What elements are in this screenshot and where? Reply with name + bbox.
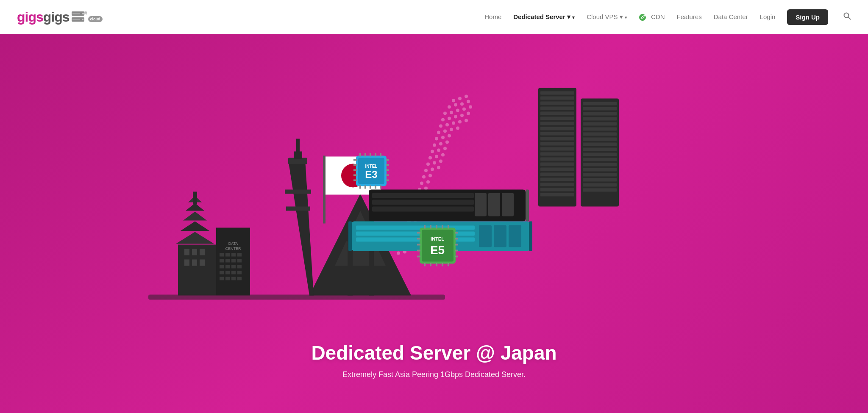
svg-rect-209 <box>386 159 389 161</box>
svg-rect-179 <box>475 193 487 216</box>
svg-rect-92 <box>540 137 574 141</box>
svg-rect-220 <box>436 225 437 229</box>
nav-item-cloudvps[interactable]: Cloud VPS ▾ <box>587 13 627 21</box>
svg-rect-177 <box>372 200 474 205</box>
svg-rect-161 <box>231 265 236 269</box>
svg-rect-198 <box>380 153 381 157</box>
svg-rect-218 <box>424 225 426 229</box>
nav-item-search[interactable] <box>840 12 851 22</box>
svg-rect-211 <box>386 169 389 171</box>
svg-point-46 <box>443 147 447 150</box>
svg-point-51 <box>433 161 436 165</box>
svg-point-40 <box>448 134 451 138</box>
svg-rect-223 <box>424 263 426 266</box>
nav-item-datacenter[interactable]: Data Center <box>714 13 748 21</box>
svg-rect-222 <box>448 225 449 229</box>
svg-rect-122 <box>583 188 617 192</box>
svg-rect-97 <box>540 163 574 166</box>
nav-item-dedicated[interactable]: Dedicated Server ▾ <box>513 13 575 21</box>
svg-point-61 <box>424 187 428 190</box>
nav-link-cloudvps[interactable]: Cloud VPS ▾ <box>587 13 627 20</box>
logo[interactable]: gigsgigs cloud <box>17 10 103 24</box>
nav-item-cdn[interactable]: CDN <box>639 13 665 21</box>
signup-button[interactable]: Sign Up <box>787 9 828 25</box>
svg-point-27 <box>460 114 464 117</box>
svg-rect-196 <box>370 153 371 157</box>
svg-point-49 <box>441 153 445 157</box>
svg-rect-233 <box>455 232 458 234</box>
svg-point-31 <box>452 122 455 125</box>
svg-rect-141 <box>193 192 197 205</box>
svg-rect-225 <box>436 263 437 266</box>
nav-link-cdn[interactable]: CDN <box>639 13 665 20</box>
search-button[interactable] <box>843 12 851 22</box>
svg-rect-105 <box>583 102 617 105</box>
svg-point-30 <box>445 123 449 127</box>
svg-point-9 <box>639 14 646 21</box>
svg-point-53 <box>424 169 428 172</box>
svg-point-80 <box>397 252 400 255</box>
svg-rect-165 <box>231 271 236 274</box>
svg-point-32 <box>458 120 462 124</box>
nav-link-features[interactable]: Features <box>677 13 702 20</box>
svg-rect-144 <box>200 249 205 255</box>
svg-rect-194 <box>359 153 361 157</box>
svg-rect-83 <box>540 91 574 95</box>
nav-item-features[interactable]: Features <box>677 13 702 21</box>
svg-rect-166 <box>237 271 242 274</box>
svg-rect-152 <box>225 253 230 257</box>
svg-point-35 <box>443 130 447 133</box>
svg-rect-159 <box>220 265 224 269</box>
svg-line-11 <box>848 17 851 19</box>
svg-rect-231 <box>417 250 420 252</box>
svg-rect-169 <box>231 277 236 280</box>
svg-rect-160 <box>225 265 230 269</box>
svg-rect-115 <box>583 153 617 156</box>
svg-rect-236 <box>455 250 458 252</box>
svg-rect-156 <box>225 259 230 263</box>
svg-rect-108 <box>583 117 617 121</box>
svg-rect-114 <box>583 148 617 151</box>
svg-point-14 <box>465 95 468 98</box>
svg-point-10 <box>844 13 849 17</box>
svg-rect-142 <box>184 249 189 255</box>
svg-point-44 <box>431 150 434 153</box>
svg-rect-106 <box>583 107 617 111</box>
nav-item-signup[interactable]: Sign Up <box>787 9 828 25</box>
logo-gigs1: gigs <box>17 9 43 25</box>
logo-server-icon <box>72 11 87 22</box>
svg-text:E3: E3 <box>365 169 377 180</box>
svg-rect-230 <box>417 244 420 246</box>
svg-text:INTEL: INTEL <box>431 236 444 241</box>
nav-link-home[interactable]: Home <box>484 13 501 20</box>
svg-rect-191 <box>348 222 352 251</box>
svg-rect-234 <box>455 238 458 240</box>
svg-rect-91 <box>540 132 574 136</box>
nav-item-home[interactable]: Home <box>484 13 501 21</box>
svg-point-50 <box>426 163 430 166</box>
svg-rect-4 <box>72 13 80 14</box>
nav-link-login[interactable]: Login <box>760 13 776 20</box>
svg-point-57 <box>428 174 432 177</box>
svg-point-17 <box>460 103 464 106</box>
svg-rect-110 <box>583 128 617 131</box>
svg-rect-182 <box>526 190 529 222</box>
nav-links: Home Dedicated Server ▾ Cloud VPS ▾ CDN <box>484 9 851 25</box>
nav-item-login[interactable]: Login <box>760 13 776 21</box>
svg-text:CENTER: CENTER <box>225 247 241 251</box>
svg-rect-237 <box>455 256 458 258</box>
svg-rect-154 <box>237 253 242 257</box>
svg-rect-90 <box>540 127 574 130</box>
svg-point-33 <box>465 119 468 122</box>
svg-rect-229 <box>417 238 420 240</box>
svg-point-13 <box>458 97 462 100</box>
svg-rect-118 <box>583 168 617 172</box>
svg-point-16 <box>454 103 457 107</box>
svg-rect-219 <box>430 225 431 229</box>
svg-point-19 <box>443 112 447 115</box>
nav-link-datacenter[interactable]: Data Center <box>714 13 748 20</box>
svg-rect-153 <box>231 253 236 257</box>
hero-subtitle: Extremely Fast Asia Peering 1Gbps Dedica… <box>311 370 556 379</box>
nav-link-dedicated[interactable]: Dedicated Server ▾ <box>513 13 575 20</box>
svg-rect-228 <box>417 232 420 234</box>
